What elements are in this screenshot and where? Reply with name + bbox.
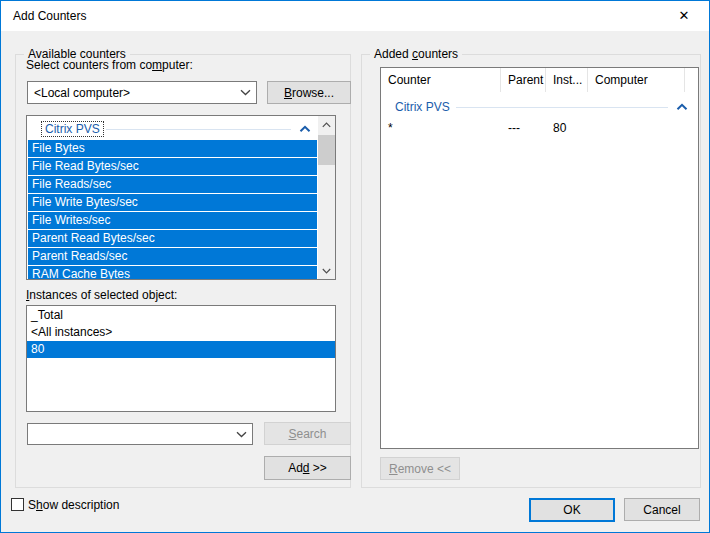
scrollbar-thumb[interactable] (318, 135, 335, 165)
added-counter-row[interactable]: * --- 80 (381, 119, 698, 137)
counter-item[interactable]: RAM Cache Bytes (28, 266, 317, 280)
close-button[interactable]: ✕ (669, 6, 699, 26)
counter-item[interactable]: Parent Reads/sec (28, 248, 317, 265)
scroll-up-icon[interactable] (318, 116, 335, 133)
chevron-down-icon (230, 431, 252, 438)
browse-button[interactable]: Browse... (267, 81, 351, 104)
cell-counter: * (381, 119, 501, 137)
counter-object-header[interactable]: Citrix PVS (27, 116, 335, 140)
counters-list-scrollbar[interactable] (318, 116, 335, 279)
collapse-chevron-icon[interactable] (676, 103, 688, 111)
counter-item[interactable]: Parent Read Bytes/sec (28, 230, 317, 247)
available-counters-list[interactable]: Citrix PVS File Bytes File Read Bytes/se… (26, 115, 336, 280)
instances-label: Instances of selected object: (26, 288, 177, 302)
counter-item[interactable]: File Writes/sec (28, 212, 317, 229)
show-description-label: Show description (28, 498, 119, 512)
computer-combobox-value: <Local computer> (28, 86, 234, 100)
instance-item[interactable]: <All instances> (27, 324, 335, 341)
counter-item[interactable]: File Bytes (28, 140, 317, 157)
column-header-parent[interactable]: Parent (501, 68, 546, 92)
table-header-row: Counter Parent Inst... Computer (381, 68, 698, 92)
add-counters-dialog: Add Counters ✕ Available counters Select… (0, 0, 710, 533)
column-header-counter[interactable]: Counter (381, 68, 501, 92)
cancel-button[interactable]: Cancel (624, 498, 700, 521)
counter-item[interactable]: File Read Bytes/sec (28, 158, 317, 175)
show-description-checkbox[interactable] (11, 498, 24, 511)
counter-item[interactable]: File Reads/sec (28, 176, 317, 193)
search-combobox[interactable] (27, 423, 253, 445)
object-header-rule (106, 129, 291, 130)
collapse-chevron-icon[interactable] (299, 125, 311, 133)
added-counters-table[interactable]: Counter Parent Inst... Computer Citrix P… (380, 67, 699, 449)
instance-item-selected[interactable]: 80 (27, 341, 335, 358)
instances-list[interactable]: _Total <All instances> 80 (26, 305, 336, 412)
cell-computer (588, 119, 685, 137)
computer-combobox[interactable]: <Local computer> (27, 81, 257, 104)
added-group-rule (456, 107, 668, 108)
added-group-row[interactable]: Citrix PVS (381, 97, 698, 117)
select-computer-label: Select counters from computer: (26, 58, 193, 72)
search-button: Search (264, 422, 351, 445)
counter-item[interactable]: File Write Bytes/sec (28, 194, 317, 211)
window-title: Add Counters (13, 9, 86, 23)
remove-button: Remove << (380, 457, 460, 480)
close-icon: ✕ (679, 8, 690, 23)
cell-parent: --- (501, 119, 546, 137)
instance-item[interactable]: _Total (27, 307, 335, 324)
add-button[interactable]: Add >> (264, 456, 351, 480)
counter-object-name: Citrix PVS (41, 121, 104, 137)
chevron-down-icon (234, 89, 256, 96)
added-group-name: Citrix PVS (395, 100, 450, 114)
title-bar: Add Counters ✕ (1, 1, 709, 31)
available-counters-group: Available counters Select counters from … (15, 54, 351, 488)
column-header-computer[interactable]: Computer (588, 68, 685, 92)
cell-instance: 80 (546, 119, 588, 137)
added-counters-group: Added counters Counter Parent Inst... Co… (361, 54, 701, 488)
added-counters-group-label: Added counters (370, 47, 462, 61)
scroll-down-icon[interactable] (318, 262, 335, 279)
ok-button[interactable]: OK (529, 498, 615, 522)
column-header-instance[interactable]: Inst... (546, 68, 588, 92)
